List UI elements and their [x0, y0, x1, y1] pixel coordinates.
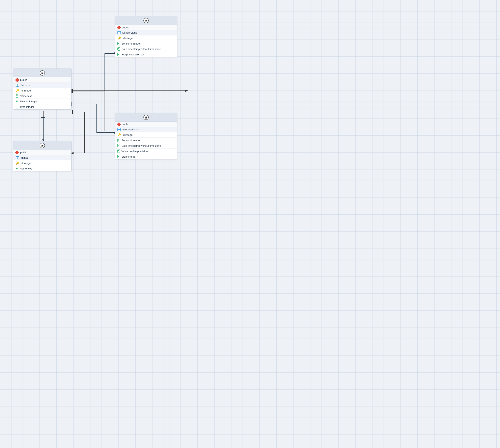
averagevalues-table: AverageValues [115, 127, 177, 132]
field-icon [117, 42, 120, 45]
field-state: State integer [115, 154, 177, 159]
field-name: Id integer [21, 162, 32, 165]
table-name: AverageValues [122, 128, 140, 131]
averagevalues-header [115, 113, 177, 122]
eye-icon [40, 143, 45, 148]
field-name: Name text [20, 167, 32, 170]
key-icon: 🔑 [16, 89, 19, 92]
table-name: Things [21, 156, 28, 159]
field-icon [117, 149, 120, 153]
field-name: State integer [122, 155, 136, 158]
table-name: SensorValue [122, 31, 137, 34]
schema-label: public [122, 123, 129, 126]
key-icon: 🔑 [16, 161, 19, 165]
field-icon [117, 47, 120, 50]
field-icon [16, 100, 18, 103]
diamond-icon [15, 151, 19, 155]
table-icon [117, 32, 121, 34]
diamond-icon [117, 122, 121, 126]
things-header [13, 141, 71, 150]
key-icon: 🔑 [117, 36, 121, 40]
table-name: Sensors [21, 84, 30, 87]
field-name: ThingId integer [20, 100, 37, 103]
field-sensorid: SensorId integer [115, 41, 177, 46]
field-icon [16, 105, 18, 108]
field-name: SensorId integer [122, 139, 141, 142]
field-name: FreqValuesJson text [122, 53, 145, 56]
field-sensorid: SensorId integer [115, 138, 177, 143]
field-name: Id integer [21, 89, 32, 92]
field-name: Id integer [123, 37, 133, 40]
sensors-schema: public [13, 77, 71, 83]
eye-icon [143, 18, 149, 23]
field-icon [117, 155, 120, 158]
field-value: Value double precision [115, 148, 177, 154]
eye-icon [143, 115, 149, 120]
sensorvalue-card: public SensorValue 🔑 Id integer SensorId… [115, 16, 177, 57]
things-table: Things [13, 155, 71, 160]
sensorvalue-header [115, 16, 177, 25]
diamond-icon [117, 26, 121, 30]
field-name: Value double precision [122, 150, 148, 153]
connection-lines-2 [0, 0, 500, 448]
field-id: 🔑 Id integer [115, 132, 177, 138]
field-icon [117, 53, 120, 56]
field-name: Date timestamp without time zone [122, 144, 161, 147]
field-name: Id integer [123, 133, 133, 136]
table-icon [16, 156, 19, 159]
field-id: 🔑 Id integer [13, 160, 71, 166]
field-datetime: Date timestamp without time zone [115, 46, 177, 52]
schema-label: public [122, 26, 129, 29]
connection-lines [0, 0, 500, 448]
table-icon [16, 84, 19, 87]
things-card: public Things 🔑 Id integer Name text [13, 141, 72, 171]
eye-icon [40, 70, 45, 76]
field-datetime: Date timestamp without time zone [115, 143, 177, 148]
schema-label: public [20, 78, 27, 81]
field-id: 🔑 Id integer [115, 35, 177, 41]
things-schema: public [13, 150, 71, 155]
field-freqvalues: FreqValuesJson text [115, 52, 177, 57]
field-icon [16, 94, 18, 97]
field-name: Name text [20, 95, 32, 97]
field-thingid: ThingId integer [13, 99, 71, 104]
sensors-table: Sensors [13, 83, 71, 88]
table-icon [117, 128, 121, 131]
field-icon [16, 167, 18, 170]
sensorvalue-table: SensorValue [115, 30, 177, 35]
averagevalues-card: public AverageValues 🔑 Id integer Sensor… [115, 113, 177, 160]
sensors-card: public Sensors 🔑 Id integer Name text Th… [13, 68, 72, 110]
svg-marker-2 [185, 90, 188, 92]
field-icon [117, 144, 120, 147]
field-name-row: Name text [13, 166, 71, 171]
field-name: SensorId integer [122, 42, 141, 45]
field-type: Type integer [13, 104, 71, 110]
averagevalues-schema: public [115, 122, 177, 127]
field-id: 🔑 Id integer [13, 88, 71, 93]
field-name: Type integer [20, 105, 34, 108]
diagram-canvas: public SensorValue 🔑 Id integer SensorId… [0, 0, 500, 448]
sensorvalue-schema: public [115, 25, 177, 30]
field-name-row: Name text [13, 93, 71, 99]
sensors-header [13, 69, 71, 77]
field-name: Date timestamp without time zone [122, 48, 161, 50]
diamond-icon [15, 78, 19, 82]
field-icon [117, 139, 120, 142]
schema-label: public [20, 151, 27, 154]
key-icon: 🔑 [117, 133, 121, 136]
